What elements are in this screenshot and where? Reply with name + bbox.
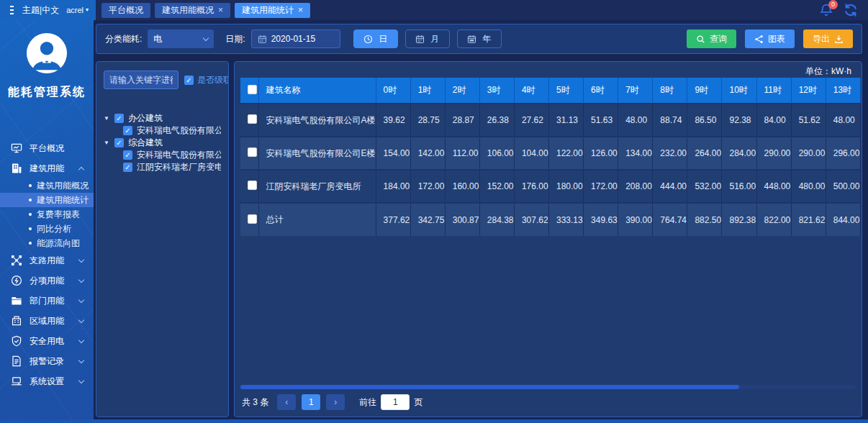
tab-close-icon[interactable]: × [298, 6, 303, 14]
table-row: 安科瑞电气股份有限公司E楼154.00142.00112.00106.00104… [240, 137, 861, 170]
value-cell: 31.13 [549, 104, 584, 137]
header-hour: 11时 [756, 78, 791, 104]
granularity-button-年[interactable]: 年 [457, 29, 502, 48]
header-hour: 3时 [479, 78, 514, 104]
tree-checkbox[interactable]: ✓ [123, 150, 132, 160]
value-cell: 377.62 [376, 203, 410, 236]
tree-leaf-江阴安科瑞老厂房变电所[interactable]: ✓江阴安科瑞老厂房变电所 [104, 161, 221, 173]
value-cell: 290.00 [756, 137, 791, 170]
tree-leaf-安科瑞电气股份有限公司A楼[interactable]: ✓安科瑞电气股份有限公司A楼 [104, 124, 221, 137]
topbar-left: 主题|中文 acrel▾ [0, 0, 96, 20]
granularity-button-月[interactable]: 月 [405, 29, 450, 48]
sidebar-item-区域用能[interactable]: 区域用能 [0, 311, 94, 331]
granularity-button-日[interactable]: 日 [353, 29, 398, 48]
sidebar-item-label: 安全用电 [30, 335, 64, 347]
sidebar-item-支路用能[interactable]: 支路用能 [0, 250, 94, 270]
tree-node-办公建筑[interactable]: ▼✓办公建筑 [104, 112, 221, 124]
value-cell: 28.87 [445, 104, 479, 137]
page-number-button[interactable]: 1 [302, 394, 320, 410]
value-cell: 176.00 [514, 170, 548, 203]
sidebar-item-分项用能[interactable]: 分项用能 [0, 270, 94, 291]
header-building-name: 建筑名称 [258, 78, 376, 104]
hamburger-menu-icon[interactable] [10, 9, 14, 11]
cascade-toggle[interactable]: ✓ 是否级联 [184, 74, 229, 86]
tree-checkbox[interactable]: ✓ [114, 138, 124, 147]
submenu-item-建筑用能统计[interactable]: 建筑用能统计 [0, 193, 94, 207]
row-checkbox[interactable] [248, 114, 257, 124]
sidebar-item-部门用能[interactable]: 部门用能 [0, 291, 94, 311]
tab-建筑用能统计[interactable]: 建筑用能统计× [235, 3, 310, 18]
theme-language-switch[interactable]: 主题|中文 [22, 4, 59, 17]
value-cell: 390.00 [618, 203, 653, 236]
refresh-icon[interactable] [844, 3, 858, 17]
submenu-item-同比分析[interactable]: 同比分析 [0, 222, 94, 236]
row-checkbox[interactable] [248, 147, 257, 157]
tree-checkbox[interactable]: ✓ [123, 126, 132, 135]
row-checkbox[interactable] [248, 214, 257, 224]
tab-平台概况[interactable]: 平台概况 [101, 3, 150, 18]
submenu-item-label: 能源流向图 [37, 237, 80, 250]
query-button[interactable]: 查询 [687, 29, 736, 48]
user-dropdown[interactable]: acrel▾ [66, 6, 89, 14]
sidebar-item-安全用电[interactable]: 安全用电 [0, 331, 94, 351]
date-value: 2020-01-15 [271, 34, 315, 44]
cascade-label: 是否级联 [197, 74, 229, 86]
tree-leaf-安科瑞电气股份有限公司E楼[interactable]: ✓安科瑞电气股份有限公司E楼 [104, 149, 221, 161]
chart-button[interactable]: 图表 [745, 29, 795, 48]
horizontal-scrollbar[interactable] [240, 385, 856, 389]
sidebar-item-建筑用能[interactable]: 建筑用能 [0, 158, 94, 178]
category-select[interactable]: 电 [148, 29, 214, 48]
granularity-group: 日月年 [353, 29, 502, 48]
value-cell: 349.63 [584, 203, 618, 236]
prev-page-button[interactable]: ‹ [277, 394, 296, 410]
header-hour: 5时 [549, 78, 584, 104]
value-cell: 180.00 [549, 170, 584, 203]
tree-node-综合建筑[interactable]: ▼✓综合建筑 [104, 137, 221, 149]
value-cell: 86.50 [687, 104, 722, 137]
sidebar-item-平台概况[interactable]: 平台概况 [0, 138, 94, 158]
sidebar-item-label: 分项用能 [30, 275, 64, 287]
calendar-icon [258, 35, 267, 44]
share-icon [754, 35, 764, 44]
submenu-item-复费率报表[interactable]: 复费率报表 [0, 207, 94, 222]
goto-page-input[interactable] [381, 394, 410, 410]
building-name-cell: 总计 [258, 203, 376, 236]
value-cell: 48.00 [826, 104, 860, 137]
header-hour: 10时 [722, 78, 756, 104]
sidebar: 能耗管理系统 平台概况建筑用能建筑用能概况建筑用能统计复费率报表同比分析能源流向… [0, 20, 94, 423]
granularity-label: 日 [379, 33, 387, 45]
tree-expander-icon[interactable]: ▼ [104, 140, 110, 146]
header-hour: 13时 [826, 78, 860, 104]
select-all-checkbox[interactable] [248, 85, 257, 94]
tree-checkbox[interactable]: ✓ [114, 114, 124, 123]
value-cell: 892.38 [722, 203, 756, 236]
value-cell: 88.74 [653, 104, 687, 137]
data-table-panel: 单位：kW·h 建筑名称0时1时2时3时4时5时6时7时8时9时10时11时12… [234, 61, 862, 417]
next-page-button[interactable]: › [326, 394, 345, 410]
tab-建筑用能概况[interactable]: 建筑用能概况× [155, 3, 230, 18]
tree-toolbar: ✓ 是否级联 [104, 70, 221, 89]
tree-search-input[interactable] [104, 70, 178, 89]
tree-checkbox[interactable]: ✓ [123, 163, 132, 172]
date-label: 日期: [225, 33, 245, 45]
submenu-item-能源流向图[interactable]: 能源流向图 [0, 236, 94, 250]
export-button[interactable]: 导出 [803, 29, 853, 48]
tab-close-icon[interactable]: × [218, 6, 223, 14]
value-cell: 51.63 [584, 104, 618, 137]
tree-expander-icon[interactable]: ▼ [104, 115, 110, 122]
row-checkbox[interactable] [248, 181, 257, 190]
value-cell: 764.74 [653, 203, 687, 236]
cascade-checkbox[interactable]: ✓ [184, 76, 194, 85]
bullet-icon [29, 184, 32, 187]
value-cell: 134.00 [618, 137, 653, 170]
sidebar-item-系统设置[interactable]: 系统设置 [0, 371, 94, 391]
notification-bell-icon[interactable]: 0 [819, 3, 833, 17]
submenu-item-label: 同比分析 [37, 223, 71, 235]
scrollbar-thumb[interactable] [240, 385, 739, 389]
sidebar-item-报警记录[interactable]: 报警记录 [0, 351, 94, 371]
header-hour: 6时 [584, 78, 618, 104]
submenu-item-建筑用能概况[interactable]: 建筑用能概况 [0, 178, 94, 193]
header-hour: 4时 [514, 78, 548, 104]
value-cell: 48.00 [618, 104, 653, 137]
date-input[interactable]: 2020-01-15 [251, 29, 340, 48]
